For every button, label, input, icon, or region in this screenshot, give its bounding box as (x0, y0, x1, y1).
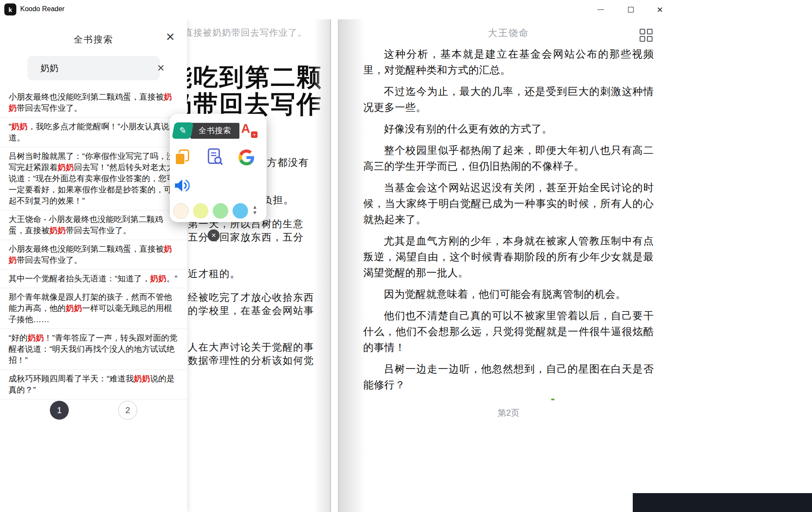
book-spine-shadow-right (339, 19, 365, 512)
popup-close-button[interactable]: ✕ (208, 229, 220, 241)
maximize-icon (628, 7, 634, 12)
search-result-item[interactable]: 大王饶命 - 小朋友最终也没能吃到第二颗鸡蛋，直接被奶奶带回去写作业了。 (0, 210, 187, 240)
clear-search-icon[interactable]: ✕ (157, 64, 165, 73)
highlight-color-yellow[interactable] (193, 203, 208, 219)
text-to-speech-icon[interactable] (174, 178, 190, 195)
book-spine-shadow-left (314, 19, 330, 512)
book-text-fragment: 近才租的。 (188, 267, 241, 280)
book-text-fragment: 人在大声讨论关于觉醒的事 (188, 341, 314, 354)
book-search-panel: 全书搜索 ✕ ✕ 小朋友最终也没能吃到第二颗鸡蛋，直接被奶奶带回去写作业了。“奶… (0, 19, 187, 512)
book-text-fragment: 数据帝理性的分析该如何觉 (188, 354, 314, 367)
book-paragraph: 整个校园里似乎都热闹了起来，即便大年初八也只有高二高三的学生开学而已，但仍旧热闹… (363, 142, 654, 174)
dictionary-lookup-icon[interactable] (207, 148, 223, 167)
right-page-text: 这种分析，基本就是建立在基金会网站公布的那些视频里，对觉醒种类和方式的汇总。不过… (363, 46, 654, 398)
app-logo-icon: k (4, 3, 16, 15)
app-title: Koodo Reader (20, 5, 64, 13)
translate-plus-icon: + (251, 131, 257, 138)
book-paragraph: 尤其是血气方刚的少年，本身就在被家人管教压制中有点叛逆，渴望自由，这个时候青春期… (363, 233, 654, 280)
book-paragraph: 这种分析，基本就是建立在基金会网站公布的那些视频里，对觉醒种类和方式的汇总。 (363, 46, 654, 78)
google-search-icon[interactable] (239, 149, 254, 167)
layout-grid-icon[interactable] (640, 29, 653, 43)
search-result-item[interactable]: 其中一个觉醒者抬头无语道：“知道了，奶奶。” (0, 270, 187, 288)
book-paragraph: 当基金会这个网站迟迟没有关闭，甚至开始全民讨论的时候，当大家终于明白觉醒已成为一… (363, 180, 654, 227)
more-colors-stepper[interactable]: ▲ ▼ (252, 204, 257, 216)
search-match-highlight: 奶奶 (58, 163, 74, 172)
page-edge-line (330, 19, 331, 512)
minimize-icon (598, 9, 604, 10)
highlight-color-green[interactable] (213, 203, 228, 219)
book-paragraph: 不过迄今为止，最大的几率，还是受到巨大的刺激这种情况更多一些。 (363, 83, 654, 115)
book-paragraph: 他们也不清楚自己真的可以不被家里管着以后，自己要干什么，他们不会想那么远，只觉得… (363, 308, 654, 355)
popup-search-book-button[interactable]: 全书搜索 (190, 123, 239, 139)
search-result-item[interactable]: 吕树当时脸就黑了：“你寒假作业写完了吗，没写完赶紧跟着奶奶回去写！”然后转头对老… (0, 147, 187, 210)
maximize-button[interactable] (619, 0, 643, 19)
search-result-item[interactable]: “奶奶，我吃多点才能觉醒啊！”小朋友认真说道。 (0, 118, 187, 147)
translate-icon[interactable]: A + (241, 122, 257, 139)
close-icon: ✕ (656, 5, 663, 15)
search-panel-close-icon[interactable]: ✕ (165, 31, 175, 43)
minimize-button[interactable] (588, 0, 613, 19)
book-right-page: 大王饶命 这种分析，基本就是建立在基金会网站公布的那些视频里，对觉醒种类和方式的… (363, 19, 654, 512)
search-result-item[interactable]: 小朋友最终也没能吃到第二颗鸡蛋，直接被奶奶带回去写作业了。 (0, 88, 187, 118)
search-match-highlight: 奶奶 (28, 333, 44, 342)
search-result-item[interactable]: 成秋巧环顾四周看了半天：“难道我奶奶说的是真的？” (0, 370, 187, 399)
search-results-list: 小朋友最终也没能吃到第二颗鸡蛋，直接被奶奶带回去写作业了。“奶奶，我吃多点才能觉… (0, 88, 187, 401)
search-input-box[interactable]: ✕ (28, 56, 160, 80)
highlight-color-row: ▲ ▼ (170, 203, 267, 219)
cursor-artifact-dot (551, 399, 555, 400)
search-match-highlight: 奶奶 (11, 122, 28, 131)
search-match-highlight: 奶奶 (49, 226, 66, 235)
search-results-pagination: 1 2 (0, 401, 187, 421)
search-input[interactable] (40, 63, 157, 73)
pagination-page-2[interactable]: 2 (118, 401, 137, 420)
arrow-down-icon: ▼ (252, 210, 257, 216)
search-match-highlight: 奶奶 (66, 304, 82, 313)
left-page-chapter-header: 直接被奶奶带回去写作业了。 (184, 27, 307, 39)
book-paragraph: 吕树一边走一边听，他忽然想到，自己的星图在白天是否能修行？ (363, 361, 654, 393)
book-paragraph: 因为觉醒就意味着，他们可能会有脱离管制的机会。 (363, 286, 654, 302)
search-panel-title: 全书搜索 (0, 34, 187, 46)
close-window-button[interactable]: ✕ (648, 0, 672, 19)
titlebar: k Koodo Reader ✕ (0, 0, 812, 19)
copy-icon[interactable] (175, 149, 190, 166)
highlight-color-cream[interactable] (173, 203, 189, 219)
book-paragraph: 好像没有别的什么更有效的方式了。 (363, 121, 654, 137)
selection-popup-menu: ✎ 全书搜索 A + (170, 114, 267, 222)
highlight-pen-icon[interactable]: ✎ (172, 122, 194, 139)
search-match-highlight: 奶奶 (134, 374, 150, 383)
search-result-item[interactable]: 小朋友最终也没能吃到第二颗鸡蛋，直接被奶奶带回去写作业了。 (0, 240, 187, 270)
pagination-page-1[interactable]: 1 (50, 401, 69, 420)
page-number: 第2页 (363, 407, 654, 419)
book-text-fragment: 经被吃完了才放心收拾东西 (188, 291, 314, 304)
search-match-highlight: 奶奶 (150, 274, 166, 283)
koodo-reader-window: k Koodo Reader ✕ 直接被奶奶带回去写作业了。 能吃到第二颗 奶带… (0, 0, 812, 512)
right-page-book-title: 大王饶命 (363, 27, 654, 40)
highlight-color-blue[interactable] (233, 203, 248, 219)
popup-close-icon: ✕ (211, 232, 216, 239)
bottom-right-dark-panel (633, 493, 812, 512)
main-area: 直接被奶奶带回去写作业了。 能吃到第二颗 奶带回去写作 方都没有负担。第一天，所… (0, 19, 812, 512)
book-text-fragment: 的学校里，在基金会网站事 (188, 304, 314, 317)
search-result-item[interactable]: 那个青年就像是跟人打架的孩子，然而不管他能力再高，他的奶奶一样可以毫无顾忌的用棍… (0, 288, 187, 329)
search-result-item[interactable]: “好的奶奶！”青年答应了一声，转头跟对面的觉醒者说道：“明天我们再找个没人的地方… (0, 329, 187, 370)
book-text-fragment: 五分钟回家放东西，五分 (188, 231, 304, 244)
